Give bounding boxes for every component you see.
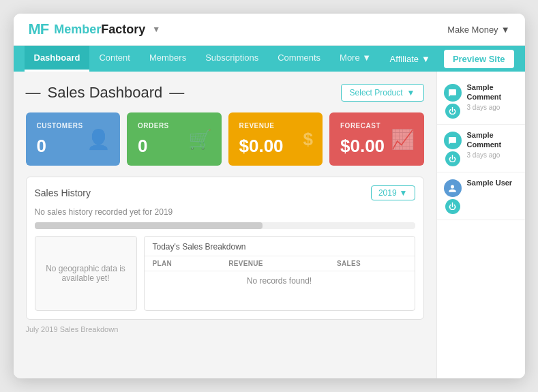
title-dash-right: —: [169, 84, 184, 102]
logo-area: MF MemberFactory ▼: [29, 20, 161, 38]
nav-bar: Dashboard Content Members Subscriptions …: [14, 46, 525, 72]
list-item[interactable]: ⏻ Sample User: [437, 172, 525, 220]
year-caret-icon: ▼: [400, 188, 408, 198]
breakdown-panel: Today's Sales Breakdown PLAN REVENUE SAL…: [144, 236, 415, 311]
stat-card-orders[interactable]: ORDERS 0 🛒: [127, 112, 222, 166]
year-selector-button[interactable]: 2019 ▼: [371, 185, 415, 200]
orders-icon: 🛒: [188, 128, 212, 151]
logo-text: MemberFactory: [54, 22, 145, 37]
stat-card-customers[interactable]: CUSTOMERS 0 👤: [26, 112, 121, 166]
comment-bubble-icon-1: [444, 84, 462, 102]
breakdown-title: Today's Sales Breakdown: [145, 237, 415, 256]
panel-header: Sales History 2019 ▼: [35, 185, 415, 200]
revenue-icon: $: [303, 129, 313, 150]
preview-site-button[interactable]: Preview Site: [444, 50, 514, 68]
make-money-caret-icon: ▼: [501, 25, 510, 35]
page-title: — Sales Dashboard —: [26, 84, 185, 102]
stat-card-revenue[interactable]: REVENUE $0.00 $: [228, 112, 323, 166]
col-plan: PLAN: [145, 256, 221, 271]
sidebar-item-2-meta: 3 days ago: [467, 151, 518, 159]
user-icon-3: [444, 179, 462, 197]
sidebar-item-1-meta: 3 days ago: [467, 104, 518, 111]
power-icon-2: ⏻: [445, 151, 460, 166]
sidebar-item-2-title: Sample Comment: [467, 130, 518, 150]
list-item[interactable]: ⏻ Sample Comment 3 days ago: [437, 77, 525, 125]
customers-icon: 👤: [87, 128, 110, 151]
title-dash-left: —: [26, 84, 41, 102]
stat-card-forecast[interactable]: FORECAST $0.00 📈: [329, 112, 424, 166]
sidebar-user-3-content: Sample User: [467, 178, 518, 189]
power-icon-3: ⏻: [445, 199, 460, 214]
affiliate-button[interactable]: Affiliate ▼: [382, 50, 438, 68]
footer-label: July 2019 Sales Breakdown: [26, 325, 424, 333]
no-sales-history-msg: No sales history recorded yet for 2019: [35, 207, 415, 217]
power-icon-1: ⏻: [445, 104, 460, 119]
top-right: Make Money ▼: [447, 25, 509, 35]
revenue-value: $0.00: [239, 136, 312, 156]
dashboard-title-text: Sales Dashboard: [48, 84, 163, 102]
horizontal-scrollbar[interactable]: [35, 222, 415, 229]
comment-bubble-icon-2: [444, 132, 462, 149]
table-header-row: PLAN REVENUE SALES: [145, 256, 415, 271]
make-money-button[interactable]: Make Money ▼: [447, 25, 509, 35]
nav-item-content[interactable]: Content: [89, 46, 140, 72]
select-product-caret-icon: ▼: [407, 88, 415, 97]
breakdown-table: PLAN REVENUE SALES No records found!: [145, 256, 415, 290]
nav-item-comments[interactable]: Comments: [268, 46, 330, 72]
nav-item-dashboard[interactable]: Dashboard: [25, 46, 90, 72]
scrollbar-thumb: [35, 222, 263, 229]
geo-no-data-msg: No geographic data is available yet!: [42, 264, 130, 283]
sales-history-panel: Sales History 2019 ▼ No sales history re…: [26, 177, 424, 320]
right-sidebar: ⏻ Sample Comment 3 days ago ⏻: [436, 72, 525, 378]
affiliate-caret-icon: ▼: [421, 54, 430, 64]
more-caret-icon: ▼: [362, 52, 371, 63]
nav-item-members[interactable]: Members: [140, 46, 196, 72]
content-area: — Sales Dashboard — Select Product ▼ CUS…: [14, 72, 436, 378]
sidebar-comment-2-content: Sample Comment 3 days ago: [467, 130, 518, 159]
main-content: — Sales Dashboard — Select Product ▼ CUS…: [14, 72, 525, 378]
stat-cards: CUSTOMERS 0 👤 ORDERS 0 🛒 REVENUE $0.00 $…: [26, 112, 424, 166]
make-money-label: Make Money: [447, 25, 498, 35]
list-item[interactable]: ⏻ Sample Comment 3 days ago: [437, 125, 525, 172]
col-revenue: REVENUE: [220, 256, 329, 271]
sidebar-comment-1-content: Sample Comment 3 days ago: [467, 82, 518, 111]
revenue-label: REVENUE: [239, 122, 312, 130]
app-window: MF MemberFactory ▼ Make Money ▼ Dashboar…: [14, 14, 525, 378]
select-product-button[interactable]: Select Product ▼: [341, 84, 424, 102]
forecast-icon: 📈: [391, 128, 415, 151]
logo-icon: MF: [29, 20, 49, 38]
top-bar: MF MemberFactory ▼ Make Money ▼: [14, 14, 525, 46]
bottom-panels: No geographic data is available yet! Tod…: [35, 236, 415, 311]
geo-panel: No geographic data is available yet!: [35, 236, 137, 311]
sidebar-item-1-title: Sample Comment: [467, 82, 518, 102]
sales-history-title: Sales History: [35, 187, 91, 198]
nav-item-more[interactable]: More ▼: [330, 46, 380, 72]
logo-caret-icon[interactable]: ▼: [152, 25, 160, 34]
table-row: No records found!: [145, 271, 415, 291]
nav-item-subscriptions[interactable]: Subscriptions: [196, 46, 268, 72]
page-title-row: — Sales Dashboard — Select Product ▼: [26, 84, 424, 102]
no-records-msg: No records found!: [145, 271, 415, 291]
nav-right: Affiliate ▼ Preview Site: [382, 50, 514, 68]
sidebar-item-3-title: Sample User: [467, 178, 518, 187]
col-sales: SALES: [329, 256, 414, 271]
